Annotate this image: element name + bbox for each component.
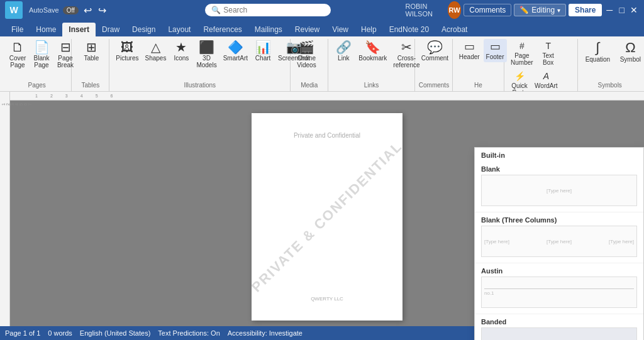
lang-indicator: English (United States) [80, 329, 151, 337]
autosave-label: AutoSave [29, 6, 59, 14]
tab-design[interactable]: Design [126, 23, 162, 36]
bookmark-label: Bookmark [358, 55, 387, 62]
icons-label: Icons [174, 55, 189, 62]
page-number-button[interactable]: # PageNumber [508, 39, 536, 68]
ribbon-group-tables: ⊞ Table Tables [72, 39, 109, 91]
equation-button[interactable]: ∫ Equation [582, 39, 613, 65]
link-icon: 🔗 [336, 41, 352, 53]
footer-option-austin[interactable]: Austin no.1 [475, 263, 643, 314]
link-button[interactable]: 🔗 Link [332, 39, 355, 63]
chart-label: Chart [255, 55, 270, 62]
page-break-label: PageBreak [57, 55, 74, 69]
tab-mailings[interactable]: Mailings [248, 23, 289, 36]
cover-page-button[interactable]: 🗋 CoverPage [6, 39, 29, 70]
blank-three-placeholder2: [Type here] [547, 239, 572, 244]
footer-option-blank[interactable]: Blank [Type here] [475, 162, 643, 212]
editing-label: Editing [531, 6, 555, 14]
3d-models-button[interactable]: ⬛ 3DModels [194, 39, 219, 70]
icons-icon: ★ [175, 41, 187, 53]
blank-preview: [Type here] [481, 175, 637, 206]
undo-button[interactable]: ↩ [84, 4, 92, 16]
ribbon-group-pages: 🗋 CoverPage 📄 BlankPage ⊟ PageBreak Page… [3, 39, 72, 91]
3d-models-icon: ⬛ [199, 41, 214, 53]
blank-page-button[interactable]: 📄 BlankPage [30, 39, 53, 70]
comments-button[interactable]: Comments [464, 4, 511, 16]
banded-preview: 1 [481, 327, 637, 340]
page-header: Private and Confidential [294, 132, 360, 139]
symbol-button[interactable]: Ω Symbol [614, 39, 644, 65]
footer-option-blank-three[interactable]: Blank (Three Columns) [Type here] [Type … [475, 212, 643, 263]
text-box-icon: T [545, 41, 551, 51]
redo-button[interactable]: ↪ [98, 4, 106, 16]
tab-home[interactable]: Home [30, 23, 62, 36]
wordart-button[interactable]: A WordArt [532, 69, 560, 91]
online-videos-icon: 🎬 [299, 41, 314, 53]
smartart-label: SmartArt [223, 55, 248, 62]
ribbon-group-comments: 💬 Comment Comments [415, 39, 453, 91]
chart-icon: 📊 [255, 41, 271, 53]
text-box-label: TextBox [542, 52, 553, 66]
tab-insert[interactable]: Insert [62, 23, 96, 36]
close-button[interactable]: ✕ [629, 4, 639, 16]
footer-option-banded[interactable]: Banded 1 [475, 314, 643, 340]
footer-dropdown-scroll[interactable]: Built-in Blank [Type here] Blank (Three … [475, 148, 643, 340]
pencil-icon: ✏️ [519, 6, 529, 14]
comments-group-label: Comments [419, 82, 448, 91]
austin-preview: no.1 [481, 277, 637, 308]
text-box-button[interactable]: T TextBox [537, 39, 560, 68]
smartart-icon: 🔷 [228, 41, 243, 53]
tab-file[interactable]: File [5, 23, 30, 36]
page-number-label: PageNumber [511, 52, 533, 66]
symbol-label: Symbol [620, 56, 641, 63]
tab-endnote[interactable]: EndNote 20 [383, 23, 435, 36]
bookmark-button[interactable]: 🔖 Bookmark [356, 39, 389, 63]
tab-help[interactable]: Help [355, 23, 383, 36]
h-ruler: 123456 [10, 92, 644, 101]
tab-view[interactable]: View [326, 23, 355, 36]
share-button[interactable]: Share [569, 4, 602, 16]
ribbon-group-text: # PageNumber T TextBox ⚡ QuickParts A Wo… [504, 39, 578, 91]
table-button[interactable]: ⊞ Table [75, 39, 107, 63]
link-label: Link [338, 55, 349, 62]
autosave-toggle[interactable]: Off [63, 6, 79, 14]
cover-page-icon: 🗋 [11, 41, 24, 53]
pages-group-label: Pages [6, 82, 67, 91]
editing-button[interactable]: ✏️ Editing ▾ [514, 4, 566, 16]
comment-button[interactable]: 💬 Comment [419, 39, 451, 63]
bookmark-icon: 🔖 [365, 41, 380, 53]
builtin-label: Built-in [475, 148, 643, 162]
shapes-button[interactable]: △ Shapes [142, 39, 169, 63]
online-videos-button[interactable]: 🎬 OnlineVideos [294, 39, 318, 70]
ribbon-group-symbols: ∫ Equation Ω Symbol Symbols [578, 39, 641, 91]
online-videos-label: OnlineVideos [297, 55, 316, 69]
quick-parts-button[interactable]: ⚡ QuickParts [508, 69, 531, 92]
tab-acrobat[interactable]: Acrobat [435, 23, 474, 36]
pictures-icon: 🖼 [121, 41, 133, 53]
watermark: PRIVATE & CONFIDENTIAL [248, 138, 406, 295]
tab-review[interactable]: Review [289, 23, 326, 36]
search-input[interactable] [223, 6, 311, 14]
ribbon-group-media: 🎬 OnlineVideos Media [291, 39, 328, 91]
chart-button[interactable]: 📊 Chart [252, 39, 274, 63]
header-button[interactable]: ▭ Header [457, 39, 482, 62]
pictures-button[interactable]: 🖼 Pictures [113, 39, 141, 63]
minimize-button[interactable]: ─ [604, 4, 614, 16]
restore-button[interactable]: □ [617, 4, 627, 16]
tab-references[interactable]: References [197, 23, 248, 36]
tab-layout[interactable]: Layout [162, 23, 197, 36]
smartart-button[interactable]: 🔷 SmartArt [221, 39, 250, 63]
icons-button[interactable]: ★ Icons [170, 39, 192, 63]
illustrations-group-label: Illustrations [113, 82, 286, 91]
title-bar: W AutoSave Off ↩ ↪ 🔍 ROBIN WILSON RW Com… [0, 0, 644, 20]
tab-draw[interactable]: Draw [96, 23, 126, 36]
title-bar-right: ROBIN WILSON RW Comments ✏️ Editing ▾ Sh… [406, 1, 639, 19]
word-logo: W [5, 1, 23, 19]
blank-page-icon: 📄 [34, 41, 50, 53]
blank-placeholder: [Type here] [547, 188, 572, 194]
user-avatar[interactable]: RW [448, 1, 462, 19]
footer-label: Footer [486, 53, 504, 60]
header-footer-group-label: He [457, 82, 500, 91]
ribbon-content: 🗋 CoverPage 📄 BlankPage ⊟ PageBreak Page… [0, 36, 644, 92]
page-number-icon: # [519, 41, 525, 51]
footer-button[interactable]: ▭ Footer [484, 39, 507, 62]
